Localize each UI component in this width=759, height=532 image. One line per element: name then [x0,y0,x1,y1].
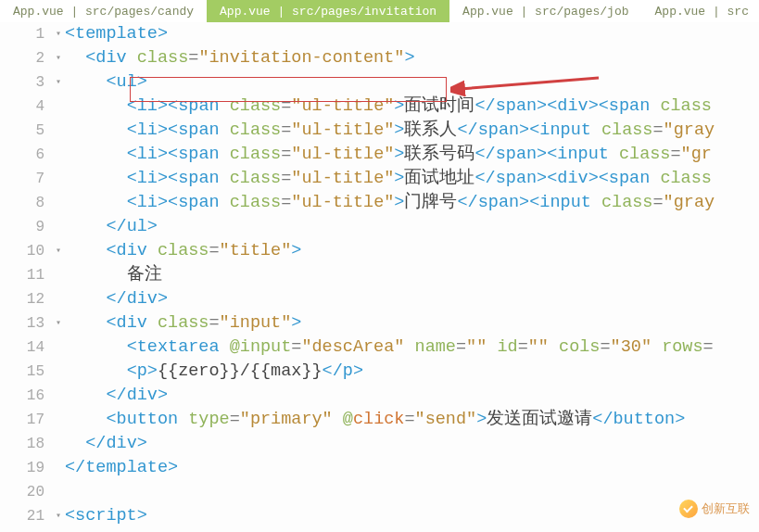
watermark: 创新互联 [679,497,750,521]
code-line[interactable]: </ul> [65,215,759,239]
code-line[interactable]: <ul> [65,70,759,95]
line-number: 21 [0,504,44,528]
line-number: 15 [0,360,44,384]
fold-toggle [52,95,65,119]
line-number: 8 [0,191,44,215]
fold-toggle [52,480,65,504]
watermark-text: 创新互联 [702,497,750,521]
fold-toggle [52,408,65,432]
code-line[interactable]: <button type="primary" @click="send">发送面… [65,408,759,432]
code-line[interactable]: <li><span class="ul-title">联系号码</span><i… [65,143,759,167]
code-line[interactable]: </div> [65,432,759,456]
tab-1[interactable]: App.vue | src/pages/invitation [207,0,449,22]
line-number: 20 [0,480,44,504]
line-number: 13 [0,311,44,336]
line-number: 14 [0,336,44,360]
code-line[interactable]: <template> [65,22,759,46]
line-number: 12 [0,287,44,311]
code-line[interactable]: 备注 [65,263,759,287]
line-number: 5 [0,119,44,143]
line-number: 1 [0,22,44,46]
code-line[interactable]: <script> [65,504,759,528]
code-line[interactable]: <p>{{zero}}/{{max}}</p> [65,360,759,384]
code-line[interactable]: <li><span class="ul-title">联系人</span><in… [65,119,759,143]
fold-toggle [52,191,65,215]
fold-toggle [52,360,65,384]
fold-toggle [52,287,65,311]
fold-toggle [52,167,65,191]
line-number: 4 [0,95,44,119]
line-number: 11 [0,263,44,287]
line-number: 10 [0,239,44,263]
line-number-gutter: 123456789101112131415161718192021 [0,22,52,532]
fold-toggle[interactable]: ▾ [52,70,65,95]
line-number: 16 [0,384,44,408]
fold-toggle [52,456,65,480]
fold-toggle [52,336,65,360]
code-line[interactable] [65,480,759,504]
code-line[interactable]: </div> [65,384,759,408]
fold-toggle [52,384,65,408]
fold-toggle[interactable]: ▾ [52,22,65,46]
tab-0[interactable]: App.vue | src/pages/candy [0,0,207,22]
line-number: 17 [0,408,44,432]
code-line[interactable]: <textarea @input="descArea" name="" id="… [65,336,759,360]
line-number: 18 [0,432,44,456]
code-line[interactable]: </template> [65,456,759,480]
line-number: 9 [0,215,44,239]
fold-toggle [52,432,65,456]
code-line[interactable]: </div> [65,287,759,311]
fold-toggle[interactable]: ▾ [52,239,65,263]
tab-2[interactable]: App.vue | src/pages/job [449,0,641,22]
fold-toggle [52,119,65,143]
tab-3[interactable]: App.vue | src [642,0,759,22]
fold-gutter[interactable]: ▾▾▾▾▾▾ [52,22,65,532]
fold-toggle[interactable]: ▾ [52,311,65,336]
code-line[interactable]: <div class="title"> [65,239,759,263]
code-editor[interactable]: 123456789101112131415161718192021 ▾▾▾▾▾▾… [0,22,759,532]
code-line[interactable]: <div class="input"> [65,311,759,336]
fold-toggle [52,263,65,287]
code-line[interactable]: <div class="invitation-content"> [65,46,759,70]
line-number: 6 [0,143,44,167]
watermark-logo-icon [679,500,698,518]
line-number: 19 [0,456,44,480]
line-number: 7 [0,167,44,191]
code-line[interactable]: <li><span class="ul-title">面试时间</span><d… [65,95,759,119]
tab-bar: App.vue | src/pages/candyApp.vue | src/p… [0,0,759,22]
fold-toggle[interactable]: ▾ [52,504,65,528]
fold-toggle [52,215,65,239]
code-line[interactable]: <li><span class="ul-title">面试地址</span><d… [65,167,759,191]
line-number: 2 [0,46,44,70]
code-area[interactable]: <template> <div class="invitation-conten… [65,22,759,532]
fold-toggle [52,143,65,167]
fold-toggle[interactable]: ▾ [52,46,65,70]
code-line[interactable]: <li><span class="ul-title">门牌号</span><in… [65,191,759,215]
line-number: 3 [0,70,44,95]
